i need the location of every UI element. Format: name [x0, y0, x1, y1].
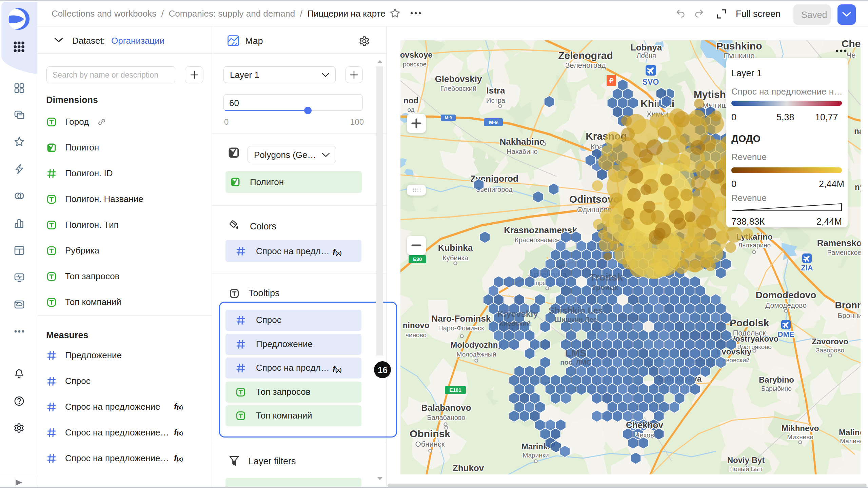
- svg-text:Маринки: Маринки: [522, 452, 549, 459]
- svg-text:Бронницы: Бронницы: [837, 311, 861, 319]
- svg-text:Istra: Istra: [487, 85, 505, 96]
- svg-text:M-9: M-9: [445, 116, 452, 120]
- svg-text:ny: ny: [855, 182, 861, 191]
- svg-text:Ramenskoye: Ramenskoye: [817, 238, 861, 248]
- svg-text:Раменское: Раменское: [827, 249, 861, 256]
- svg-text:Balabanovo: Balabanovo: [421, 403, 471, 413]
- svg-text:Обнинск: Обнинск: [415, 440, 445, 448]
- svg-text:Obninsk: Obninsk: [410, 428, 450, 439]
- svg-text:Che: Che: [842, 40, 861, 49]
- svg-text:Zhukov: Zhukov: [453, 463, 484, 473]
- svg-text:nod: nod: [403, 96, 418, 105]
- svg-text:Балабаново: Балабаново: [427, 414, 466, 421]
- svg-text:na: na: [854, 126, 861, 136]
- svg-text:од: од: [407, 106, 414, 113]
- svg-text:Нахабино: Нахабино: [507, 148, 537, 155]
- svg-text:Glebovskiy: Glebovskiy: [435, 74, 482, 84]
- svg-text:E30: E30: [413, 256, 422, 262]
- svg-text:Молодёжный: Молодёжный: [457, 351, 496, 358]
- svg-text:E101: E101: [449, 387, 461, 393]
- svg-text:Molodyozhny: Molodyozhny: [450, 340, 502, 349]
- svg-text:Шишкин Лес: Шишкин Лес: [554, 316, 597, 323]
- svg-text:Shishkin Les: Shishkin Les: [549, 305, 603, 316]
- svg-text:Malino: Malino: [839, 428, 861, 437]
- svg-text:Noviy Byt: Noviy Byt: [727, 455, 765, 465]
- svg-text:Заворово: Заворово: [816, 347, 844, 354]
- svg-text:Домодедово: Домодедово: [765, 301, 807, 309]
- svg-text:SVO: SVO: [643, 78, 659, 86]
- svg-text:DME: DME: [778, 330, 794, 339]
- svg-text:LMS: LMS: [565, 347, 586, 359]
- svg-text:₽: ₽: [609, 77, 614, 84]
- svg-text:Истра: Истра: [486, 97, 506, 104]
- svg-text:M-9: M-9: [489, 119, 498, 125]
- svg-text:ninovo: ninovo: [403, 321, 430, 330]
- svg-text:Mikhnevo: Mikhnevo: [782, 424, 819, 433]
- svg-text:Кубинка: Кубинка: [442, 254, 469, 262]
- svg-text:Lobnya: Lobnya: [631, 42, 662, 53]
- svg-text:Наро-Фоминск: Наро-Фоминск: [438, 324, 484, 332]
- svg-text:Зеленоград: Зеленоград: [565, 61, 606, 69]
- svg-text:ZIA: ZIA: [801, 264, 813, 272]
- svg-text:Kiyevskiy: Kiyevskiy: [497, 309, 538, 319]
- svg-text:Новый Быт: Новый Быт: [729, 465, 763, 472]
- svg-text:Zelenograd: Zelenograd: [558, 50, 613, 61]
- svg-text:Барыбино: Барыбино: [761, 385, 792, 392]
- svg-text:Kubinka: Kubinka: [438, 243, 473, 253]
- svg-text:Barybino: Barybino: [759, 375, 794, 384]
- svg-text:Domodedovo: Domodedovo: [756, 290, 816, 300]
- svg-text:Лыткарино: Лыткарино: [738, 242, 771, 249]
- svg-text:Naro-Fominsk: Naro-Fominsk: [432, 313, 491, 324]
- svg-text:Троицк: Троицк: [592, 283, 618, 291]
- svg-text:Михнево: Михнево: [787, 433, 813, 441]
- svg-text:ровское: ровское: [403, 61, 427, 68]
- svg-text:Zavorovo: Zavorovo: [812, 337, 848, 346]
- svg-text:Киевский: Киевский: [499, 320, 531, 327]
- svg-text:Troitsk: Troitsk: [590, 271, 623, 283]
- svg-text:Vostryakovo: Vostryakovo: [730, 334, 778, 343]
- svg-text:Чехов: Чехов: [635, 431, 654, 439]
- svg-text:Chekhov: Chekhov: [626, 420, 663, 430]
- svg-text:Pushkino: Pushkino: [716, 40, 762, 52]
- svg-text:rovskoye: rovskoye: [400, 50, 433, 59]
- svg-text:Малино: Малино: [840, 438, 861, 445]
- svg-text:пос. ЛМС: пос. ЛМС: [560, 359, 591, 366]
- svg-text:Глебовский: Глебовский: [440, 85, 476, 92]
- svg-text:Podolsk: Podolsk: [730, 317, 769, 328]
- svg-text:чиново: чиново: [406, 331, 427, 339]
- svg-text:Bronnits: Bronnits: [835, 300, 861, 310]
- svg-text:Nakhabino: Nakhabino: [500, 137, 545, 147]
